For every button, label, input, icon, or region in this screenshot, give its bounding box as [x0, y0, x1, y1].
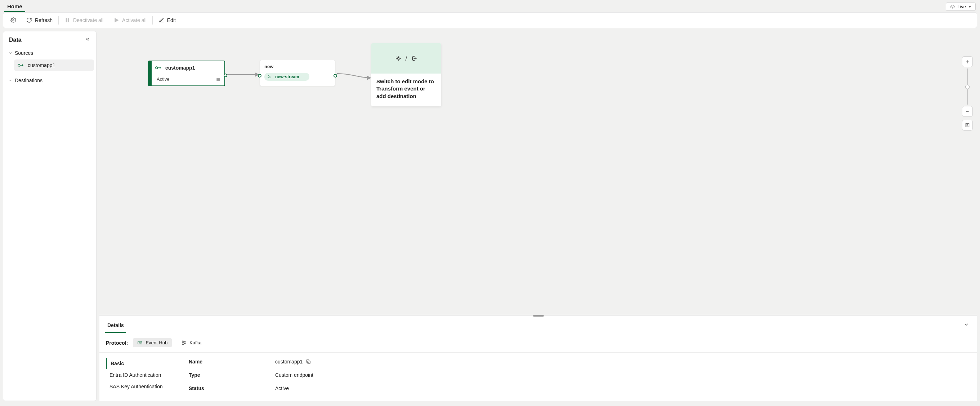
- chevron-down-icon: [963, 321, 969, 328]
- node-source-customapp1[interactable]: customapp1 Active: [148, 61, 225, 86]
- details-panel: Details Protocol: Event Hub Kafka Ba: [99, 317, 977, 401]
- details-kv: Name customapp1 Type Custom endpoint Sta…: [189, 358, 313, 392]
- activate-all-button: Activate all: [108, 13, 152, 28]
- svg-point-16: [185, 341, 186, 342]
- collapse-details-button[interactable]: [961, 320, 971, 331]
- node-stream-new[interactable]: new new-stream: [260, 60, 335, 86]
- edge: [227, 72, 261, 79]
- edge: [337, 71, 373, 82]
- separator: [58, 16, 59, 24]
- input-port[interactable]: [258, 74, 261, 78]
- separator: [152, 16, 153, 24]
- gear-icon: [10, 17, 16, 23]
- sources-label: Sources: [15, 50, 33, 56]
- svg-rect-2: [66, 18, 67, 22]
- placeholder-message: Switch to edit mode to Transform event o…: [371, 74, 441, 106]
- zoom-slider[interactable]: [967, 69, 968, 105]
- svg-rect-10: [966, 123, 969, 126]
- canvas[interactable]: customapp1 Active new: [99, 31, 977, 315]
- kv-status-label: Status: [189, 385, 275, 391]
- destinations-section[interactable]: Destinations: [5, 75, 94, 86]
- edit-icon: [159, 17, 164, 23]
- copy-icon[interactable]: [305, 359, 311, 364]
- zoom-fit-button[interactable]: [962, 120, 973, 131]
- live-mode-button[interactable]: Live ▼: [946, 3, 976, 11]
- collapse-sidebar-icon[interactable]: [84, 37, 91, 44]
- kv-status-value: Active: [275, 385, 289, 391]
- svg-point-0: [952, 6, 953, 8]
- slash: /: [405, 55, 407, 62]
- endpoint-icon: [18, 63, 24, 67]
- chevron-down-icon: [8, 78, 13, 83]
- activate-label: Activate all: [122, 17, 146, 23]
- edit-label: Edit: [167, 17, 176, 23]
- protocol-kafka[interactable]: Kafka: [177, 338, 206, 347]
- zoom-out-button[interactable]: －: [962, 106, 973, 117]
- node-title: new: [264, 64, 331, 69]
- sources-section[interactable]: Sources: [5, 47, 94, 59]
- output-port[interactable]: [334, 74, 337, 78]
- svg-point-17: [185, 343, 186, 344]
- node-destination-placeholder[interactable]: / Switch to edit mode to Transform event…: [371, 43, 441, 106]
- fit-icon: [965, 123, 970, 128]
- zoom-in-button[interactable]: ＋: [962, 56, 973, 67]
- node-status: Active: [157, 77, 169, 82]
- chevron-down-icon: [8, 51, 13, 55]
- sidebar-item-label: customapp1: [28, 62, 55, 68]
- kv-name-value: customapp1: [275, 359, 302, 364]
- live-label: Live: [957, 4, 966, 10]
- node-title: customapp1: [165, 65, 195, 71]
- menu-icon[interactable]: [216, 77, 221, 82]
- protocol-kafka-label: Kafka: [189, 340, 201, 345]
- transform-icon: [395, 55, 402, 62]
- sidebar-title: Data: [9, 37, 22, 43]
- chip-label: new-stream: [275, 74, 299, 79]
- eventhub-icon: [137, 340, 143, 345]
- zoom-slider-thumb[interactable]: [965, 85, 970, 89]
- svg-point-5: [156, 67, 158, 69]
- kafka-icon: [181, 340, 186, 345]
- auth-basic[interactable]: Basic: [106, 358, 174, 369]
- eye-icon: [950, 4, 955, 10]
- protocol-label: Protocol:: [106, 340, 128, 346]
- refresh-button[interactable]: Refresh: [21, 13, 57, 28]
- settings-button[interactable]: [5, 13, 21, 28]
- svg-rect-11: [967, 125, 968, 126]
- sidebar: Data Sources customapp1 Destinations: [3, 31, 97, 401]
- play-icon: [113, 17, 119, 23]
- edit-button[interactable]: Edit: [153, 13, 181, 28]
- chevron-down-icon: ▼: [968, 5, 972, 9]
- endpoint-icon: [155, 66, 162, 70]
- destinations-label: Destinations: [15, 78, 43, 83]
- svg-point-9: [398, 58, 399, 59]
- deactivate-label: Deactivate all: [73, 17, 103, 23]
- pause-icon: [64, 17, 70, 23]
- kv-type-label: Type: [189, 372, 275, 378]
- kv-type-value: Custom endpoint: [275, 372, 313, 378]
- stream-chip[interactable]: new-stream: [264, 73, 309, 81]
- sidebar-item-customapp1[interactable]: customapp1: [14, 59, 94, 71]
- auth-list: Basic Entra ID Authentication SAS Key Au…: [106, 358, 174, 392]
- auth-sas[interactable]: SAS Key Authentication: [106, 381, 174, 392]
- stream-icon: [267, 74, 272, 79]
- svg-rect-3: [68, 18, 69, 22]
- tab-home[interactable]: Home: [4, 1, 25, 12]
- output-icon: [411, 55, 417, 62]
- svg-point-14: [183, 342, 184, 343]
- svg-point-4: [18, 64, 20, 66]
- refresh-icon: [26, 17, 32, 23]
- splitter[interactable]: [99, 315, 977, 317]
- toolbar: Refresh Deactivate all Activate all Edit: [3, 12, 977, 28]
- zoom-controls: ＋ －: [962, 56, 973, 131]
- refresh-label: Refresh: [35, 17, 52, 23]
- auth-entra[interactable]: Entra ID Authentication: [106, 369, 174, 381]
- kv-name-label: Name: [189, 359, 275, 364]
- svg-point-1: [13, 19, 14, 21]
- protocol-eventhub-label: Event Hub: [145, 340, 167, 345]
- tab-details[interactable]: Details: [105, 317, 126, 333]
- deactivate-all-button: Deactivate all: [59, 13, 108, 28]
- protocol-eventhub[interactable]: Event Hub: [133, 338, 172, 347]
